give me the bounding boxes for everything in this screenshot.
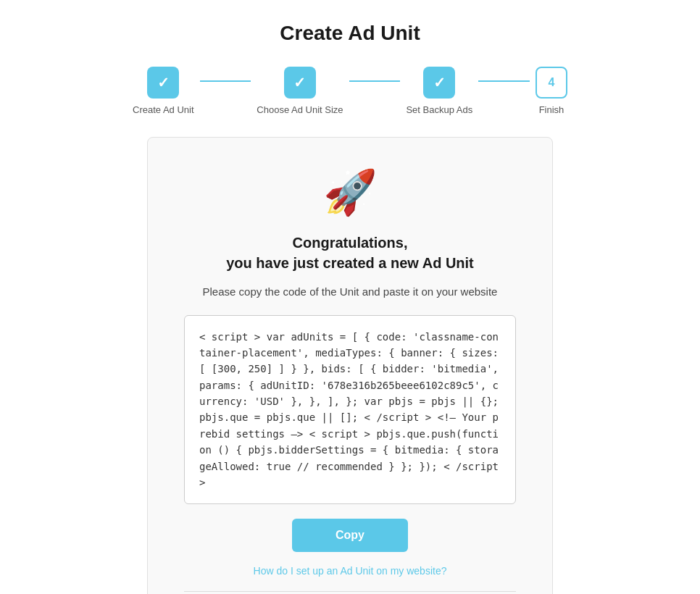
step-finish: 4 Finish (536, 67, 567, 115)
step-connector-3 (478, 80, 530, 82)
step-circle-4: 4 (536, 67, 567, 99)
congrats-line2: you have just created a new Ad Unit (226, 255, 474, 271)
step-circle-1: ✓ (147, 67, 179, 99)
stepper: ✓ Create Ad Unit ✓ Choose Ad Unit Size ✓… (133, 67, 567, 115)
step-connector-1 (200, 80, 251, 82)
step-set-backup-ads: ✓ Set Backup Ads (406, 67, 472, 115)
step-label-1: Create Ad Unit (133, 104, 194, 115)
step-number-4: 4 (549, 76, 555, 89)
step-circle-2: ✓ (284, 67, 316, 99)
step-choose-ad-unit-size: ✓ Choose Ad Unit Size (257, 67, 343, 115)
checkmark-icon-3: ✓ (433, 74, 446, 91)
rocket-icon: 🚀 (323, 167, 378, 218)
help-link[interactable]: How do I set up an Ad Unit on my website… (254, 565, 447, 577)
checkmark-icon-2: ✓ (293, 74, 306, 91)
step-circle-3: ✓ (423, 67, 455, 99)
page-title: Create Ad Unit (280, 22, 420, 45)
congrats-title: Congratulations, you have just created a… (226, 233, 474, 273)
divider (184, 591, 516, 592)
step-label-4: Finish (539, 104, 564, 115)
step-connector-2 (349, 80, 401, 82)
finish-card: 🚀 Congratulations, you have just created… (147, 137, 553, 594)
copy-button[interactable]: Copy (292, 519, 408, 552)
step-create-ad-unit: ✓ Create Ad Unit (133, 67, 194, 115)
step-label-2: Choose Ad Unit Size (257, 104, 343, 115)
checkmark-icon-1: ✓ (157, 74, 170, 91)
instructions-text: Please copy the code of the Unit and pas… (203, 284, 498, 301)
congrats-line1: Congratulations, (293, 235, 408, 251)
step-label-3: Set Backup Ads (406, 104, 472, 115)
code-snippet-box: < script > var adUnits = [ { code: 'clas… (184, 315, 516, 505)
